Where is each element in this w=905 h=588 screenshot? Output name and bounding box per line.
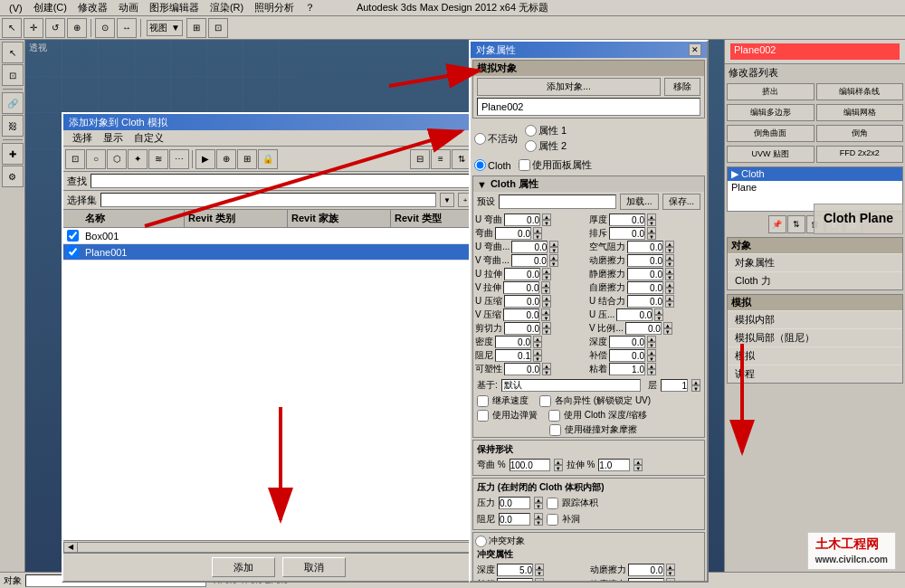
u-stretch-up[interactable]: ▲ — [542, 268, 551, 274]
shear-up[interactable]: ▲ — [542, 322, 551, 328]
add-menu-custom[interactable]: 自定义 — [129, 131, 169, 145]
edit-mesh-btn[interactable]: 编辑网格 — [816, 104, 904, 121]
cloth-depth-check[interactable] — [548, 410, 560, 422]
scrollbar-track[interactable] — [78, 542, 480, 553]
section-object-props[interactable]: 对象属性 — [728, 253, 902, 271]
d-tb-wave[interactable]: ≋ — [148, 149, 168, 169]
section-cloth-force[interactable]: Cloth 力 — [728, 271, 902, 289]
depth-up[interactable]: ▲ — [647, 336, 656, 342]
air-down[interactable]: ▼ — [665, 247, 674, 253]
row0-check[interactable] — [67, 230, 79, 242]
add-menu-select[interactable]: 选择 — [67, 131, 98, 145]
pin-btn[interactable]: 挤出 — [727, 83, 814, 100]
section-object-header[interactable]: 对象 — [728, 238, 902, 253]
inactive-radio[interactable] — [474, 133, 486, 145]
edge-spring-check[interactable] — [477, 410, 489, 422]
param-v-stretch-input[interactable] — [503, 281, 539, 294]
pressure-force-input[interactable] — [499, 497, 530, 509]
select-set-input[interactable] — [100, 193, 436, 207]
param-u-bend-up[interactable]: ▲ — [542, 213, 551, 220]
bend-pct-input[interactable] — [510, 459, 550, 471]
modifier-plane[interactable]: Plane — [728, 181, 902, 194]
preset-load-btn[interactable]: 加载... — [620, 194, 658, 210]
u-stretch-down[interactable]: ▼ — [542, 274, 551, 280]
collision-friction-check[interactable] — [549, 424, 561, 436]
param-bend-up[interactable]: ▲ — [533, 227, 542, 233]
u-bend2-down[interactable]: ▼ — [549, 247, 558, 253]
d-tb-view2[interactable]: ≡ — [431, 149, 451, 169]
create-btn[interactable]: ✚ — [2, 143, 24, 165]
select-set-btn[interactable]: ▼ — [440, 193, 454, 207]
plasticity-down[interactable]: ▼ — [542, 369, 551, 375]
chamfer-btn[interactable]: 倒角 — [816, 125, 904, 142]
cdepth-up[interactable]: ▲ — [535, 564, 544, 570]
chamfer-surface-btn[interactable]: 倒角曲面 — [727, 125, 814, 142]
layer-input[interactable] — [661, 379, 688, 392]
col-staticfric-input[interactable] — [628, 578, 664, 583]
param-repulsion-down[interactable]: ▼ — [647, 233, 656, 240]
density-down[interactable]: ▼ — [533, 342, 542, 348]
vscale-down[interactable]: ▼ — [663, 328, 672, 335]
vscale-up[interactable]: ▲ — [663, 322, 672, 328]
preset-save-btn[interactable]: 保存... — [662, 194, 700, 210]
snap-btn[interactable]: ⊙ — [95, 18, 115, 38]
vcomp-down[interactable]: ▼ — [541, 315, 550, 321]
select-tool-btn[interactable]: ↖ — [2, 18, 22, 38]
inherit-speed-check[interactable] — [477, 395, 489, 407]
ucomp2-down[interactable]: ▼ — [654, 315, 663, 321]
base-dropdown[interactable]: 默认 — [501, 379, 641, 392]
offset-down[interactable]: ▼ — [647, 356, 656, 362]
stretch-pct-down[interactable]: ▼ — [634, 465, 643, 471]
view-dropdown[interactable]: 视图 ▼ — [147, 20, 183, 36]
param-thickness-down[interactable]: ▼ — [647, 220, 656, 226]
param-plasticity-input[interactable] — [504, 363, 540, 375]
pin-icon-btn[interactable]: 📌 — [768, 215, 786, 233]
prop2-radio[interactable] — [525, 140, 537, 152]
th-name[interactable]: 名称 — [81, 210, 185, 227]
redo-btn[interactable]: ⊡ — [208, 18, 228, 38]
cstaticfric-up[interactable]: ▲ — [666, 578, 675, 583]
menu-animation[interactable]: 动画 — [113, 1, 144, 14]
param-air-input[interactable] — [627, 241, 663, 253]
pdamping-up[interactable]: ▲ — [534, 513, 543, 519]
collision-radio[interactable] — [475, 536, 487, 547]
refill-check[interactable] — [547, 514, 558, 526]
param-ubond-input[interactable] — [627, 295, 663, 308]
follow-volume-check[interactable] — [547, 498, 558, 509]
ucomp-up[interactable]: ▲ — [542, 295, 551, 301]
air-up[interactable]: ▲ — [665, 241, 674, 247]
cdynfric-up[interactable]: ▲ — [666, 564, 675, 570]
object-name-combo[interactable]: Plane002 — [730, 43, 900, 60]
bend-pct-up[interactable]: ▲ — [554, 459, 563, 465]
menu-create[interactable]: 创建(C) — [28, 1, 72, 14]
offset-up[interactable]: ▲ — [647, 349, 656, 356]
col-depth-input[interactable] — [497, 564, 533, 576]
row1-check[interactable] — [67, 246, 79, 258]
col-dynfric-input[interactable] — [628, 564, 664, 576]
modifier-list-label[interactable]: 修改器列表 — [725, 64, 905, 81]
param-density-input[interactable] — [495, 336, 531, 348]
coffset-up[interactable]: ▲ — [535, 578, 544, 583]
depth-down[interactable]: ▼ — [647, 342, 656, 348]
preset-input[interactable] — [499, 194, 616, 209]
u-bend2-up[interactable]: ▲ — [549, 241, 558, 247]
param-vcomp-input[interactable] — [503, 308, 539, 321]
section-simulate-header[interactable]: 模拟 — [728, 295, 902, 310]
select-object-btn[interactable]: ↖ — [2, 42, 24, 63]
shear-down[interactable]: ▼ — [542, 328, 551, 335]
param-bend-input[interactable] — [495, 227, 531, 240]
cdynfric-down[interactable]: ▼ — [666, 570, 675, 576]
param-damping-input[interactable] — [495, 349, 531, 362]
param-depth-input[interactable] — [609, 336, 645, 348]
table-row-selected[interactable]: Plane001 — [63, 244, 494, 261]
param-thickness-up[interactable]: ▲ — [647, 213, 656, 220]
modifier-cloth[interactable]: ▶ Cloth — [728, 167, 902, 181]
scroll-left-btn[interactable]: ◀ — [63, 542, 78, 553]
pdamping-down[interactable]: ▼ — [534, 519, 543, 526]
move-tool-btn[interactable]: ✛ — [24, 18, 43, 38]
dynfric-up[interactable]: ▲ — [665, 254, 674, 261]
d-tb-poly[interactable]: ⬡ — [107, 149, 127, 169]
stickiness-down[interactable]: ▼ — [647, 369, 656, 375]
link-btn[interactable]: 🔗 — [2, 92, 24, 114]
unlink-btn[interactable]: ⛓ — [2, 115, 24, 137]
